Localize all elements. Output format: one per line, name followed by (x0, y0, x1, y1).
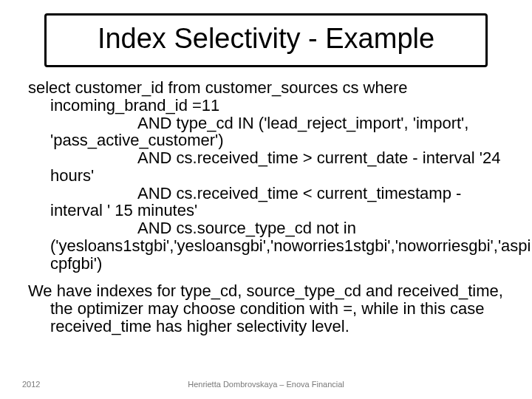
body-text: select customer_id from customer_sources… (24, 79, 508, 335)
sql-clause-1: AND type_cd IN ('lead_reject_import', 'i… (28, 115, 505, 150)
footer-author: Henrietta Dombrovskaya – Enova Financial (0, 380, 532, 389)
sql-line-1: select customer_id from customer_sources… (28, 79, 505, 115)
sql-clause-2-text: AND cs.received_time > current_date - in… (50, 149, 500, 185)
sql-clause-4-text: AND cs.source_type_cd not in ('yesloans1… (50, 219, 532, 273)
footer-year: 2012 (22, 380, 40, 389)
title-box: Index Selectivity - Example (44, 13, 488, 67)
sql-block: select customer_id from customer_sources… (28, 79, 505, 272)
sql-clause-2: AND cs.received_time > current_date - in… (28, 149, 505, 185)
explanation-text: We have indexes for type_cd, source_type… (28, 282, 505, 335)
sql-clause-4: AND cs.source_type_cd not in ('yesloans1… (28, 219, 505, 272)
sql-clause-3-text: AND cs.received_time < current_timestamp… (50, 184, 461, 220)
footer: 2012 Henrietta Dombrovskaya – Enova Fina… (0, 380, 532, 389)
sql-clause-3: AND cs.received_time < current_timestamp… (28, 185, 505, 220)
slide-title: Index Selectivity - Example (76, 23, 456, 55)
slide: Index Selectivity - Example select custo… (0, 0, 532, 399)
sql-clause-1-text: AND type_cd IN ('lead_reject_import', 'i… (50, 114, 468, 150)
